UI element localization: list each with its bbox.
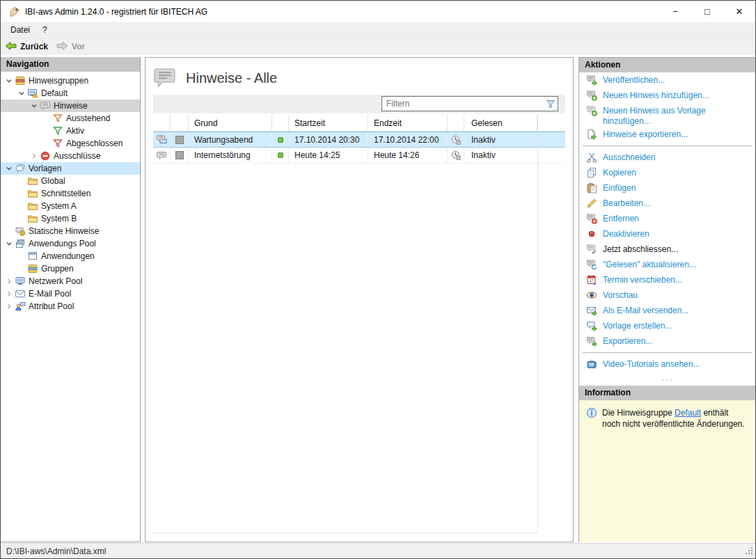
default-link[interactable]: Default (675, 408, 701, 418)
nav-item-system-a[interactable]: System A (1, 200, 140, 212)
close-button[interactable]: ✕ (723, 1, 755, 22)
send-email-icon (586, 305, 597, 316)
nav-item-schnittstellen[interactable]: Schnittstellen (1, 187, 140, 200)
funnel-green-icon (52, 125, 65, 136)
nav-item-hinweise[interactable]: Hinweise (1, 100, 140, 112)
table-row[interactable]: Wartungsabend 17.10.2014 20:30 17.10.201… (153, 132, 565, 148)
chevron-spacer (3, 226, 15, 237)
info-text-before: Die Hinweisgruppe (602, 408, 675, 418)
nav-label: Statische Hinweise (29, 226, 99, 236)
nav-item-gruppen[interactable]: Gruppen (1, 262, 140, 275)
folder-icon (27, 175, 40, 187)
speech-bubble-icon (153, 66, 177, 90)
nav-item-global[interactable]: Global (1, 175, 140, 187)
action-gelesen-aktualisieren[interactable]: "Gelesen" aktualisieren... (579, 257, 756, 272)
action-vorlage-erstellen[interactable]: Vorlage erstellen... (579, 318, 756, 333)
forward-button[interactable]: Vor (52, 38, 89, 55)
nav-item-hinweisgruppen[interactable]: Hinweisgruppen (1, 74, 140, 87)
action-vorschau[interactable]: Vorschau (579, 288, 756, 303)
action-als-email-versenden[interactable]: Als E-Mail versenden... (579, 303, 756, 318)
nav-label: System A (41, 201, 77, 211)
nav-item-attribut-pool[interactable]: Attribut Pool (1, 300, 140, 313)
header-gelesen-icon-col[interactable] (448, 115, 464, 131)
nav-item-statische-hinweise[interactable]: Statische Hinweise (1, 225, 140, 237)
chevron-down-icon[interactable] (16, 88, 27, 99)
chevron-down-icon[interactable] (29, 100, 40, 111)
action-einfuegen[interactable]: Einfügen (579, 180, 756, 196)
chevron-spacer (16, 200, 27, 212)
right-panel: Aktionen Veröffentlichen... Neuen Hinwei… (578, 57, 756, 542)
nav-label: Global (41, 176, 65, 186)
menu-datei[interactable]: Datei (4, 22, 36, 38)
nav-item-ausschluesse[interactable]: Ausschlüsse (1, 150, 140, 162)
header-startzeit[interactable]: Startzeit (289, 115, 368, 131)
action-label: Deaktivieren (603, 226, 649, 239)
header-grund[interactable]: Grund (189, 115, 272, 131)
table-row[interactable]: Internetstörung Heute 14:25 Heute 14:26 … (153, 148, 565, 164)
action-kopieren[interactable]: Kopieren (579, 165, 756, 180)
data-file-path: D:\IBI-aws\Admin\Data.xml (6, 546, 106, 556)
action-video-tutorials[interactable]: Video-Tutorials ansehen... (579, 356, 756, 372)
action-entfernen[interactable]: Entfernen (579, 211, 756, 226)
header-status-col[interactable] (272, 115, 289, 131)
clock-status-icon (448, 148, 464, 163)
nav-item-anwendungs-pool[interactable]: Anwendungs Pool (1, 237, 140, 250)
nav-item-netzwerk-pool[interactable]: Netzwerk Pool (1, 275, 140, 288)
resize-grip-icon[interactable] (745, 546, 753, 557)
action-deaktivieren[interactable]: Deaktivieren (579, 226, 756, 242)
chevron-right-icon[interactable] (3, 301, 15, 312)
nav-label: Aktiv (66, 126, 84, 136)
cell-gelesen: Inaktiv (464, 132, 537, 147)
nav-label: System B (41, 214, 77, 223)
nav-item-vorlagen[interactable]: Vorlagen (1, 162, 140, 175)
navigation-tree: Hinweisgruppen Default Hinweise Ausstehe… (1, 72, 140, 313)
nav-item-anwendungen[interactable]: Anwendungen (1, 250, 140, 262)
chevron-spacer (16, 188, 27, 199)
folder-icon (27, 200, 40, 212)
nav-label: E-Mail Pool (29, 289, 71, 299)
panel-splitter-grip[interactable]: ··· (579, 377, 756, 382)
app-icon (8, 6, 21, 18)
chevron-down-icon[interactable] (3, 238, 15, 249)
action-veroeffentlichen[interactable]: Veröffentlichen... (579, 72, 756, 88)
filter-funnel-icon[interactable] (546, 100, 556, 111)
information-panel: Information Die Hinweisgruppe Default en… (579, 386, 756, 542)
header-endzeit[interactable]: Endzeit (368, 115, 448, 131)
nav-item-ausstehend[interactable]: Ausstehend (1, 112, 140, 125)
action-bearbeiten[interactable]: Bearbeiten... (579, 196, 756, 211)
action-label: Neuen Hinweis aus Vorlage hinzufügen... (603, 103, 750, 127)
cell-grund: Internetstörung (189, 148, 272, 163)
header-state-col[interactable] (171, 115, 189, 131)
action-ausschneiden[interactable]: Ausschneiden (579, 150, 756, 165)
cell-startzeit: 17.10.2014 20:30 (289, 132, 368, 147)
nav-item-aktiv[interactable]: Aktiv (1, 125, 140, 137)
menu-help[interactable]: ? (36, 22, 54, 38)
nav-item-email-pool[interactable]: E-Mail Pool (1, 288, 140, 300)
action-hinweise-exportieren[interactable]: Hinweise exportieren... (579, 127, 756, 142)
minimize-button[interactable]: − (659, 1, 691, 22)
nav-item-default[interactable]: Default (1, 87, 140, 100)
header-gelesen[interactable]: Gelesen (464, 115, 537, 131)
action-termin-verschieben[interactable]: 17 Termin verschieben... (579, 272, 756, 288)
chevron-right-icon[interactable] (3, 288, 15, 299)
header-icon-col[interactable] (153, 115, 171, 131)
no-entry-icon (40, 150, 52, 162)
chevron-down-icon[interactable] (3, 75, 15, 86)
maximize-button[interactable]: □ (691, 1, 723, 22)
nav-item-system-b[interactable]: System B (1, 212, 140, 225)
action-neuen-hinweis-aus-vorlage[interactable]: Neuen Hinweis aus Vorlage hinzufügen... (579, 103, 756, 127)
action-exportieren[interactable]: Exportieren... (579, 333, 756, 349)
back-button[interactable]: Zurück (1, 38, 52, 55)
filter-input[interactable] (381, 96, 558, 111)
chevron-right-icon[interactable] (29, 150, 40, 162)
action-label: Als E-Mail versenden... (603, 303, 688, 316)
monitor-warning-icon (27, 88, 40, 99)
hint-on-monitor-icon (153, 132, 171, 147)
chevron-down-icon[interactable] (3, 163, 15, 174)
edit-pencil-icon (586, 198, 597, 209)
action-neuen-hinweis[interactable]: Neuen Hinweis hinzufügen... (579, 88, 756, 103)
action-jetzt-abschliessen[interactable]: Jetzt abschliessen... (579, 242, 756, 257)
nav-item-abgeschlossen[interactable]: Abgeschlossen (1, 137, 140, 150)
chevron-right-icon[interactable] (3, 276, 15, 287)
network-monitor-icon (15, 276, 27, 287)
